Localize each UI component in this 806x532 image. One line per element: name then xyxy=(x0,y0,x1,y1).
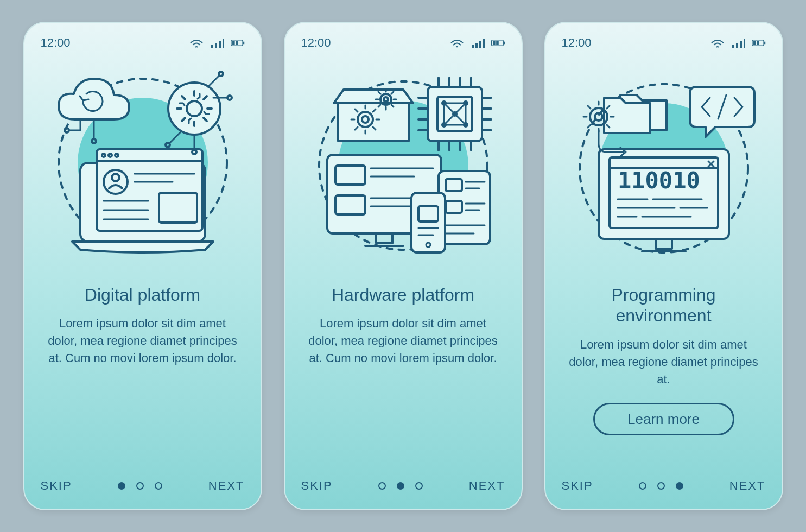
signal-icon xyxy=(471,37,485,48)
svg-rect-42 xyxy=(483,39,485,48)
onboarding-screen-3: 12:00 110010 xyxy=(544,22,783,510)
dot-3[interactable] xyxy=(155,482,162,490)
illustration-hardware-platform xyxy=(301,60,505,271)
dot-2[interactable] xyxy=(136,482,144,490)
svg-rect-3 xyxy=(223,39,224,48)
screen-description: Lorem ipsum dolor sit dim amet dolor, me… xyxy=(562,336,766,388)
onboarding-screen-2: 12:00 xyxy=(284,22,523,510)
statusbar: 12:00 xyxy=(562,36,766,50)
skip-button[interactable]: SKIP xyxy=(41,479,72,493)
dot-3[interactable] xyxy=(676,482,683,490)
onboarding-footer: SKIP NEXT xyxy=(562,479,766,493)
skip-button[interactable]: SKIP xyxy=(562,479,593,493)
page-indicator xyxy=(378,482,423,490)
status-icons xyxy=(189,37,245,48)
svg-rect-46 xyxy=(496,41,499,45)
svg-rect-55 xyxy=(335,195,365,214)
svg-rect-0 xyxy=(211,45,213,48)
battery-icon xyxy=(231,37,245,48)
svg-rect-62 xyxy=(446,201,462,213)
svg-line-35 xyxy=(208,76,219,87)
illustration-digital-platform xyxy=(41,60,245,271)
svg-rect-5 xyxy=(243,42,244,45)
illustration-programming-environment: 110010 xyxy=(562,60,766,271)
svg-rect-2 xyxy=(219,41,221,48)
battery-icon xyxy=(752,37,766,48)
page-indicator xyxy=(639,482,683,490)
page-indicator xyxy=(118,482,162,490)
svg-rect-59 xyxy=(446,179,462,191)
svg-rect-101 xyxy=(736,43,738,48)
svg-point-28 xyxy=(65,128,69,132)
svg-point-36 xyxy=(219,72,223,76)
svg-rect-1 xyxy=(215,43,217,48)
statusbar: 12:00 xyxy=(301,36,505,50)
status-time: 12:00 xyxy=(562,36,592,50)
dot-2[interactable] xyxy=(657,482,665,490)
skip-button[interactable]: SKIP xyxy=(301,479,333,493)
dot-2[interactable] xyxy=(397,482,404,490)
signal-icon xyxy=(731,37,745,48)
screen-title: Digital platform xyxy=(41,284,245,305)
learn-more-button[interactable]: Learn more xyxy=(593,403,734,435)
svg-point-38 xyxy=(227,96,232,100)
wifi-icon xyxy=(710,37,725,48)
svg-rect-105 xyxy=(764,42,765,45)
screen-title: Programming environment xyxy=(562,284,766,326)
screen-description: Lorem ipsum dolor sit dim amet dolor, me… xyxy=(41,315,245,367)
status-time: 12:00 xyxy=(301,36,331,50)
svg-rect-7 xyxy=(236,41,238,45)
svg-rect-45 xyxy=(493,41,496,45)
dot-3[interactable] xyxy=(415,482,423,490)
status-icons xyxy=(710,37,766,48)
svg-rect-50 xyxy=(376,233,392,243)
svg-rect-107 xyxy=(757,41,759,45)
dot-1[interactable] xyxy=(639,482,646,490)
statusbar: 12:00 xyxy=(41,36,245,50)
svg-rect-103 xyxy=(744,39,745,48)
status-time: 12:00 xyxy=(41,36,71,50)
dot-1[interactable] xyxy=(118,482,125,490)
next-button[interactable]: NEXT xyxy=(208,479,245,493)
svg-rect-41 xyxy=(479,41,481,48)
svg-rect-111 xyxy=(656,239,672,249)
battery-icon xyxy=(491,37,505,48)
svg-rect-20 xyxy=(159,193,197,223)
svg-rect-100 xyxy=(732,45,734,48)
svg-rect-39 xyxy=(472,45,474,48)
dot-1[interactable] xyxy=(378,482,386,490)
onboarding-screen-1: 12:00 xyxy=(23,22,262,510)
status-icons xyxy=(450,37,505,48)
svg-rect-106 xyxy=(753,41,756,45)
wifi-icon xyxy=(450,37,464,48)
svg-rect-102 xyxy=(740,41,742,48)
screen-title: Hardware platform xyxy=(301,284,505,305)
svg-rect-68 xyxy=(418,206,438,221)
next-button[interactable]: NEXT xyxy=(729,479,766,493)
onboarding-footer: SKIP NEXT xyxy=(301,479,505,493)
svg-rect-52 xyxy=(335,166,365,185)
next-button[interactable]: NEXT xyxy=(469,479,505,493)
signal-icon xyxy=(210,37,224,48)
onboarding-footer: SKIP NEXT xyxy=(41,479,245,493)
svg-rect-44 xyxy=(503,42,504,45)
svg-text:110010: 110010 xyxy=(618,167,700,194)
svg-rect-40 xyxy=(475,43,478,48)
screen-description: Lorem ipsum dolor sit dim amet dolor, me… xyxy=(301,315,505,367)
svg-rect-6 xyxy=(232,41,235,45)
wifi-icon xyxy=(189,37,204,48)
